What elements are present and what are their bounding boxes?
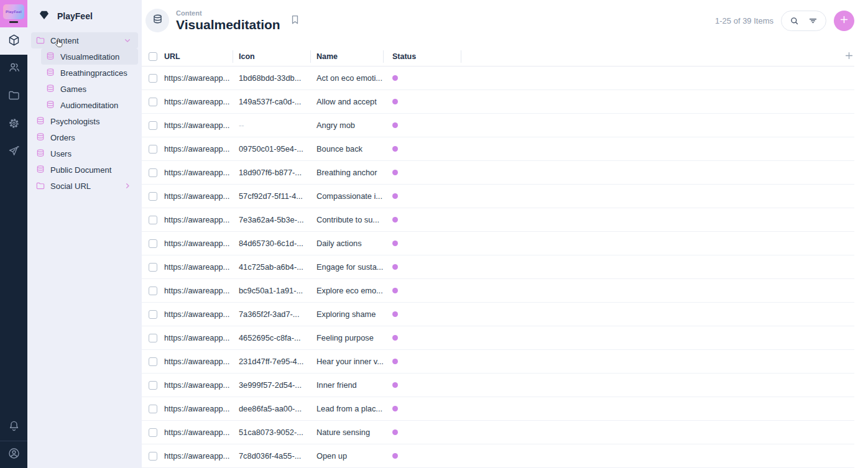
row-checkbox[interactable] xyxy=(149,74,157,83)
project-header[interactable]: PlayFeel xyxy=(27,0,142,32)
row-checkbox[interactable] xyxy=(149,263,157,272)
collection-icon-button[interactable] xyxy=(145,9,169,32)
chevron-right-icon[interactable] xyxy=(122,181,132,191)
sidebar-item-breathingpractices[interactable]: Breathingpractices xyxy=(41,65,138,81)
table-row[interactable]: https://awareapp...51ca8073-9052-...Natu… xyxy=(142,421,854,444)
row-checkbox[interactable] xyxy=(149,145,157,154)
breadcrumb[interactable]: Content xyxy=(176,9,280,17)
add-column-button[interactable] xyxy=(461,50,854,63)
table-row[interactable]: https://awareapp...7c8d036f-4a55-...Open… xyxy=(142,444,854,468)
sidebar-item-users[interactable]: Users xyxy=(31,145,138,162)
module-settings[interactable] xyxy=(0,111,27,139)
module-users[interactable] xyxy=(0,55,27,83)
row-checkbox[interactable] xyxy=(149,334,157,342)
table-row[interactable]: https://awareapp...3e999f57-2d54-...Inne… xyxy=(142,374,854,397)
cell-icon: 41c725ab-a6b4-... xyxy=(233,262,311,272)
cell-status xyxy=(384,99,461,104)
row-checkbox[interactable] xyxy=(149,239,157,248)
table-row[interactable]: https://awareapp...84d65730-6c1d-...Dail… xyxy=(142,232,854,255)
cell-name: Breathing anchor xyxy=(311,168,384,177)
sidebar-item-public-document[interactable]: Public Document xyxy=(31,162,138,178)
row-checkbox[interactable] xyxy=(149,405,157,413)
column-header-url[interactable]: URL xyxy=(164,50,233,63)
bookmark-button[interactable] xyxy=(289,14,301,28)
select-all-checkbox[interactable] xyxy=(149,52,157,61)
sidebar-item-label: Visualmeditation xyxy=(60,52,134,62)
row-select-cell xyxy=(142,357,164,366)
table-row[interactable]: https://awareapp...7e3a62a4-5b3e-...Cont… xyxy=(142,208,854,232)
row-checkbox[interactable] xyxy=(149,357,157,366)
row-checkbox[interactable] xyxy=(149,381,157,390)
table-row[interactable]: https://awareapp...231d47ff-7e95-4...Hea… xyxy=(142,350,854,374)
row-checkbox[interactable] xyxy=(149,310,157,319)
search-icon[interactable] xyxy=(789,16,800,26)
sidebar-item-social-url[interactable]: Social URL xyxy=(31,178,138,194)
account-button[interactable] xyxy=(0,441,27,468)
project-name: PlayFeel xyxy=(57,11,93,21)
status-dot xyxy=(392,429,398,435)
cell-icon: dee86fa5-aa00-... xyxy=(233,404,311,413)
chevron-down-icon[interactable] xyxy=(122,35,132,45)
table-row[interactable]: https://awareapp...7a365f2f-3ad7-...Expl… xyxy=(142,303,854,326)
cell-url: https://awareapp... xyxy=(164,215,233,224)
column-header-status[interactable]: Status xyxy=(384,50,461,63)
cell-icon: 57cf92d7-5f11-4... xyxy=(233,191,311,201)
module-files[interactable] xyxy=(0,83,27,111)
table-row[interactable]: https://awareapp...1bd68bdd-33db...Act o… xyxy=(142,67,854,90)
cell-status xyxy=(384,193,461,199)
cell-name: Engage for susta... xyxy=(311,262,384,272)
table-row[interactable]: https://awareapp...dee86fa5-aa00-...Lead… xyxy=(142,397,854,421)
table-row[interactable]: https://awareapp...57cf92d7-5f11-4...Com… xyxy=(142,185,854,208)
column-header-icon[interactable]: Icon xyxy=(233,50,311,63)
add-item-button[interactable] xyxy=(834,11,854,31)
table-row[interactable]: https://awareapp...149a537f-ca0d-...Allo… xyxy=(142,90,854,114)
row-checkbox[interactable] xyxy=(149,452,157,461)
notifications-button[interactable] xyxy=(0,413,27,441)
cell-icon: 7a365f2f-3ad7-... xyxy=(233,310,311,319)
row-checkbox[interactable] xyxy=(149,192,157,201)
cell-name: Angry mob xyxy=(311,121,384,130)
sidebar-item-psychologists[interactable]: Psychologists xyxy=(31,113,138,129)
row-checkbox[interactable] xyxy=(149,428,157,437)
table-row[interactable]: https://awareapp...18d907f6-b877-...Brea… xyxy=(142,161,854,185)
cell-icon: 4652695c-c8fa-... xyxy=(233,333,311,342)
cell-url: https://awareapp... xyxy=(164,428,233,437)
cell-name: Explore eco emo... xyxy=(311,286,384,295)
row-checkbox[interactable] xyxy=(149,216,157,224)
filter-icon[interactable] xyxy=(808,16,818,26)
cell-url: https://awareapp... xyxy=(164,73,233,83)
sidebar-item-games[interactable]: Games xyxy=(41,81,138,97)
page-title: Visualmeditation xyxy=(176,17,280,32)
project-logo[interactable]: PlayFeel xyxy=(0,0,27,27)
row-checkbox[interactable] xyxy=(149,168,157,177)
row-checkbox[interactable] xyxy=(149,121,157,130)
sidebar-item-content[interactable]: Content xyxy=(31,32,138,48)
row-select-cell xyxy=(142,168,164,177)
module-bar-spacer xyxy=(0,167,27,413)
table-row[interactable]: https://awareapp...bc9c50a1-1a91-...Expl… xyxy=(142,279,854,303)
status-dot xyxy=(392,241,398,246)
row-select-cell xyxy=(142,381,164,390)
table-row[interactable]: https://awareapp...--Angry mob xyxy=(142,114,854,137)
status-dot xyxy=(392,75,398,81)
sidebar-item-audiomeditation[interactable]: Audiomeditation xyxy=(41,97,138,113)
table-row[interactable]: https://awareapp...41c725ab-a6b4-...Enga… xyxy=(142,255,854,279)
row-checkbox[interactable] xyxy=(149,287,157,295)
table-row[interactable]: https://awareapp...09750c01-95e4-...Boun… xyxy=(142,137,854,161)
sidebar-item-visualmeditation[interactable]: Visualmeditation xyxy=(41,48,138,65)
sidebar-item-orders[interactable]: Orders xyxy=(31,129,138,145)
module-send[interactable] xyxy=(0,139,27,167)
table-body: https://awareapp...1bd68bdd-33db...Act o… xyxy=(142,67,854,468)
database-icon xyxy=(35,116,45,126)
column-header-name[interactable]: Name xyxy=(311,50,384,63)
cell-status xyxy=(384,217,461,223)
cell-icon: 7e3a62a4-5b3e-... xyxy=(233,215,311,224)
project-logo-bar xyxy=(9,21,18,23)
database-icon xyxy=(35,149,45,158)
row-select-cell xyxy=(142,145,164,154)
table-row[interactable]: https://awareapp...4652695c-c8fa-...Feel… xyxy=(142,326,854,350)
status-dot xyxy=(392,170,398,175)
row-checkbox[interactable] xyxy=(149,98,157,106)
module-content[interactable] xyxy=(0,27,27,55)
cell-url: https://awareapp... xyxy=(164,262,233,272)
